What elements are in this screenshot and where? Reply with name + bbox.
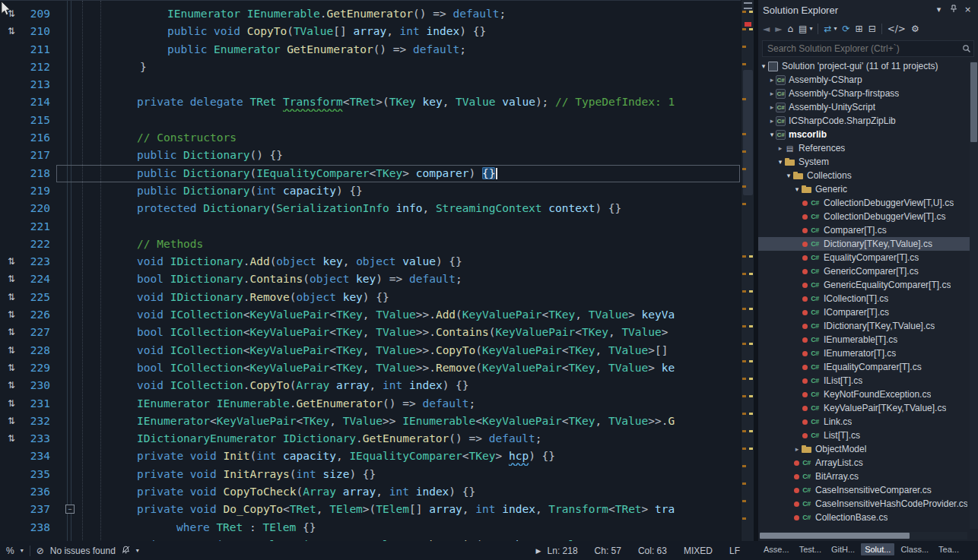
- inheritance-margin-icon[interactable]: ⇅: [0, 23, 23, 40]
- code-line[interactable]: ⇅231IEnumerator IEnumerable.GetEnumerato…: [0, 395, 741, 413]
- view-code-icon[interactable]: </>: [888, 24, 906, 33]
- chevron-down-icon[interactable]: ▾: [21, 547, 24, 554]
- collapse-arrow-icon[interactable]: ▾: [760, 62, 767, 70]
- inheritance-margin-icon[interactable]: ⇅: [0, 395, 23, 413]
- tree-item[interactable]: ▸ObjectModel: [758, 442, 978, 456]
- code-line[interactable]: ⇅228void ICollection<KeyValuePair<TKey, …: [0, 342, 741, 359]
- line-number[interactable]: 236: [23, 483, 55, 501]
- code-line[interactable]: ⇅226void ICollection<KeyValuePair<TKey, …: [0, 306, 741, 324]
- line-number[interactable]: 220: [23, 200, 55, 217]
- sync-with-active-document-icon[interactable]: ⇄: [824, 24, 831, 33]
- code-line[interactable]: 222// Methods: [0, 236, 741, 253]
- tree-item[interactable]: ▾C#mscorlib: [758, 128, 978, 141]
- inheritance-margin-icon[interactable]: ⇅: [0, 306, 23, 324]
- tree-item[interactable]: ▾Solution 'project-gui' (11 of 11 projec…: [758, 59, 978, 73]
- code-line[interactable]: ⇅230void ICollection.CopyTo(Array array,…: [0, 377, 741, 394]
- tree-item[interactable]: ▾Collections: [758, 169, 978, 182]
- tree-item[interactable]: C#GenericEqualityComparer[T].cs: [758, 278, 978, 292]
- tree-item[interactable]: ▸▤References: [758, 141, 978, 155]
- line-number[interactable]: 225: [23, 289, 55, 306]
- tool-window-tab[interactable]: Solut...: [861, 543, 894, 555]
- code-line[interactable]: 219public Dictionary(int capacity) {}: [0, 182, 741, 200]
- tree-item[interactable]: C#Comparer[T].cs: [758, 223, 978, 237]
- code-line[interactable]: 235private void InitArrays(int size) {}: [0, 466, 741, 483]
- code-line[interactable]: 213: [0, 76, 741, 93]
- line-number[interactable]: 226: [23, 306, 55, 324]
- code-line[interactable]: 214private delegate TRet Transform<TRet>…: [0, 93, 741, 111]
- collapse-arrow-icon[interactable]: ▾: [793, 185, 801, 193]
- tree-item[interactable]: C#IDictionary[TKey,TValue].cs: [758, 319, 978, 333]
- expand-arrow-icon[interactable]: ▸: [776, 144, 784, 152]
- window-position-icon[interactable]: ▾: [933, 5, 945, 15]
- inheritance-margin-icon[interactable]: ⇅: [0, 359, 23, 377]
- line-number[interactable]: 219: [23, 182, 55, 200]
- chevron-down-icon[interactable]: ▾: [136, 547, 139, 554]
- line-number[interactable]: 229: [23, 359, 55, 377]
- tree-item[interactable]: C#CollectionDebuggerView[T,U].cs: [758, 196, 978, 210]
- tree-item[interactable]: C#List[T].cs: [758, 429, 978, 442]
- code-line[interactable]: ⇅225void IDictionary.Remove(object key) …: [0, 289, 741, 306]
- code-editor[interactable]: ⇅209IEnumerator IEnumerable.GetEnumerato…: [0, 0, 741, 541]
- tool-window-tab[interactable]: Class...: [897, 543, 932, 555]
- refresh-icon[interactable]: ⟳: [843, 24, 850, 33]
- code-line[interactable]: 236private void CopyToCheck(Array array,…: [0, 483, 741, 501]
- tree-item[interactable]: ▾Generic: [758, 182, 978, 196]
- tool-window-tab[interactable]: GitH...: [827, 543, 859, 555]
- line-number[interactable]: 237: [23, 501, 55, 518]
- tree-item[interactable]: ▸C#ICSharpCode.SharpZipLib: [758, 114, 978, 128]
- code-line[interactable]: ⇅227bool ICollection<KeyValuePair<TKey, …: [0, 324, 741, 341]
- expand-arrow-icon[interactable]: ▸: [768, 76, 776, 84]
- inheritance-margin-icon[interactable]: ⇅: [0, 5, 23, 23]
- inheritance-margin-icon[interactable]: ⇅: [0, 342, 23, 359]
- encoding-indicator[interactable]: MIXED: [684, 546, 713, 556]
- split-editor-grip-icon[interactable]: [744, 2, 752, 9]
- tree-item[interactable]: C#IComparer[T].cs: [758, 305, 978, 319]
- code-line[interactable]: 220protected Dictionary(SerializationInf…: [0, 200, 741, 217]
- fold-collapse-icon[interactable]: −: [65, 505, 75, 514]
- line-number[interactable]: 216: [23, 129, 55, 147]
- line-number[interactable]: 213: [23, 76, 55, 93]
- expand-arrow-icon[interactable]: ▸: [768, 103, 776, 111]
- line-number[interactable]: 227: [23, 324, 55, 341]
- line-number[interactable]: 215: [23, 112, 55, 129]
- expand-arrow-icon[interactable]: ▸: [768, 117, 776, 125]
- line-number[interactable]: 238: [23, 519, 55, 536]
- inheritance-margin-icon[interactable]: ⇅: [0, 324, 23, 341]
- tree-item[interactable]: C#KeyNotFoundException.cs: [758, 388, 978, 401]
- code-line[interactable]: 216// Constructors: [0, 129, 741, 147]
- code-line[interactable]: 218public Dictionary(IEqualityComparer<T…: [0, 165, 741, 182]
- tree-item[interactable]: ▾System: [758, 155, 978, 169]
- line-number[interactable]: 222: [23, 236, 55, 253]
- tool-window-tab[interactable]: Test...: [795, 543, 825, 555]
- char-indicator[interactable]: Ch: 57: [595, 546, 621, 556]
- search-input[interactable]: [762, 40, 974, 57]
- code-line[interactable]: ⇅209IEnumerator IEnumerable.GetEnumerato…: [0, 5, 741, 23]
- line-number[interactable]: 221: [23, 218, 55, 236]
- scrollbar-thumb[interactable]: [970, 62, 977, 142]
- tool-window-tab[interactable]: Tea...: [935, 543, 963, 555]
- column-indicator[interactable]: Col: 63: [638, 546, 667, 556]
- line-number[interactable]: 234: [23, 448, 55, 465]
- code-line[interactable]: 221: [0, 218, 741, 236]
- tree-item[interactable]: C#IEqualityComparer[T].cs: [758, 360, 978, 374]
- chevron-down-icon[interactable]: ▾: [809, 26, 812, 32]
- editor-scrollbar[interactable]: [741, 0, 754, 541]
- tree-vertical-scrollbar[interactable]: [970, 61, 978, 529]
- tree-item[interactable]: C#CaseInsensitiveHashCodeProvider.cs: [758, 497, 978, 511]
- auto-hide-pin-icon[interactable]: [948, 5, 959, 15]
- code-line[interactable]: 238where TRet : TElem {}: [0, 519, 741, 536]
- expand-arrow-icon[interactable]: ▸: [793, 445, 801, 453]
- tool-window-tab[interactable]: Asse...: [760, 543, 793, 555]
- tree-item[interactable]: C#KeyValuePair[TKey,TValue].cs: [758, 401, 978, 415]
- notifications-muted-icon[interactable]: [122, 546, 130, 556]
- code-line[interactable]: ⇅229bool ICollection<KeyValuePair<TKey, …: [0, 359, 741, 377]
- code-line[interactable]: 237private void Do_CopyTo<TRet, TElem>(T…: [0, 501, 741, 518]
- code-line[interactable]: 217public Dictionary() {}: [0, 147, 741, 164]
- tree-item[interactable]: C#CollectionDebuggerView[T].cs: [758, 210, 978, 223]
- chevron-down-icon[interactable]: ▾: [834, 26, 837, 32]
- tree-item[interactable]: C#GenericComparer[T].cs: [758, 264, 978, 278]
- tree-item[interactable]: C#IList[T].cs: [758, 374, 978, 388]
- tree-item[interactable]: C#CaseInsensitiveComparer.cs: [758, 483, 978, 497]
- inheritance-margin-icon[interactable]: ⇅: [0, 271, 23, 288]
- code-line[interactable]: ⇅224bool IDictionary.Contains(object key…: [0, 271, 741, 288]
